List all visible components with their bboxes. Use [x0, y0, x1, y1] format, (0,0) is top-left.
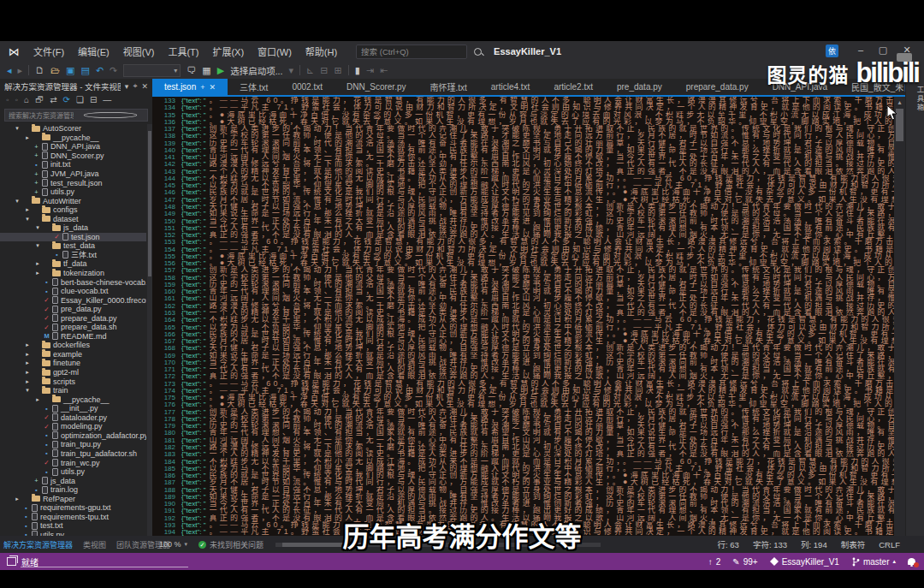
editor-vertical-scrollbar[interactable]: ▴	[894, 97, 905, 536]
repository-button[interactable]: EssayKiller_V1	[770, 557, 839, 567]
account-badge[interactable]: 依	[826, 45, 838, 57]
tree-item[interactable]: ✓Essay_Killer_0000.tfrecord	[0, 295, 146, 305]
new-file-icon[interactable]: 🗋	[35, 66, 44, 75]
chevron-collapsed-icon[interactable]: ▸	[24, 206, 31, 213]
tree-item[interactable]: ▪bert-base-chinese-vocab.txt	[0, 277, 146, 287]
push-commits-button[interactable]: ↑ 2	[708, 557, 721, 567]
tab-pre_data.py[interactable]: pre_data.py	[605, 79, 674, 95]
tree-item[interactable]: ✓modeling.py	[0, 422, 146, 431]
tab-close-icon[interactable]: ✕	[210, 83, 216, 92]
chevron-collapsed-icon[interactable]: ▸	[24, 342, 31, 348]
bookmark-next-icon[interactable]: ⇥	[366, 66, 374, 75]
chevron-collapsed-icon[interactable]: ▸	[34, 396, 41, 403]
tree-item[interactable]: ▪train_tpu.py	[0, 440, 146, 449]
undo-icon[interactable]: ↶	[96, 66, 104, 75]
tree-item[interactable]: ▸scripts	[0, 377, 146, 386]
panel-tab-类视图[interactable]: 类视图	[83, 539, 106, 550]
panel-tab-解决方案资源管理器[interactable]: 解决方案资源管理器	[3, 539, 73, 550]
tree-item[interactable]: ▾train	[0, 386, 146, 395]
scroll-up-icon[interactable]: ▴	[894, 98, 905, 106]
menu-item[interactable]: 工具(T)	[161, 45, 205, 58]
tab-三体.txt[interactable]: 三体.txt	[228, 79, 280, 95]
tab-test.json[interactable]: test.json+✕	[152, 79, 228, 95]
tab-article4.txt[interactable]: article4.txt	[479, 79, 542, 95]
tree-item[interactable]: ▪train_tpu_adafactor.sh	[0, 449, 146, 459]
tree-item[interactable]: ▸example	[0, 350, 146, 359]
navigate-forward-icon[interactable]: ▸	[18, 66, 23, 75]
navigate-back-icon[interactable]: ◂	[7, 66, 12, 75]
pin-icon[interactable]: ⌖	[133, 81, 137, 91]
scrollbar-thumb[interactable]	[896, 109, 903, 141]
build-icon[interactable]: ⊟	[320, 66, 328, 75]
open-file-icon[interactable]: 🗁	[50, 66, 60, 75]
chevron-expanded-icon[interactable]: ▾	[24, 216, 31, 223]
tree-item[interactable]: ▪optimization_adafactor.py	[0, 431, 146, 441]
tab-DNN_Scorer.py[interactable]: DNN_Scorer.py	[335, 79, 418, 95]
tree-item[interactable]: ▸tf_data	[0, 259, 146, 269]
tree-item[interactable]: MREADME.md	[0, 332, 146, 342]
tree-item[interactable]: ▪utils.py	[0, 467, 146, 477]
tree-item[interactable]: +js_data	[0, 476, 146, 485]
branch-button[interactable]: master ▴	[851, 557, 896, 567]
tree-item[interactable]: ▾dataset	[0, 214, 146, 223]
menu-item[interactable]: 视图(V)	[116, 45, 162, 58]
bookmark-icon[interactable]: ▮	[355, 66, 360, 75]
tab-prepare_data.py[interactable]: prepare_data.py	[674, 79, 761, 95]
tree-item[interactable]: ▸finetune	[0, 359, 146, 368]
chevron-collapsed-icon[interactable]: ▸	[14, 496, 21, 502]
tree-item[interactable]: ▪init.txt	[0, 160, 146, 169]
run-icon[interactable]: ▶	[217, 66, 224, 75]
chevron-expanded-icon[interactable]: ▾	[14, 125, 21, 132]
close-icon[interactable]: ✕	[141, 82, 148, 91]
tree-item[interactable]: ✓test.json	[0, 233, 146, 242]
chevron-expanded-icon[interactable]: ▾	[24, 387, 31, 394]
tree-item[interactable]: ▪train.log	[0, 485, 146, 495]
run-options-chevron-icon[interactable]: ▾	[288, 66, 293, 75]
tree-item[interactable]: ▸gpt2-ml	[0, 368, 146, 377]
show-all-files-icon[interactable]: ❏	[76, 96, 84, 104]
pending-edits-button[interactable]: ✎ 99+	[732, 557, 757, 567]
search-icon[interactable]	[474, 48, 482, 56]
save-all-icon[interactable]: ▤	[80, 66, 89, 75]
menu-item[interactable]: 编辑(E)	[71, 45, 116, 58]
tree-item[interactable]: ✓train_wc.py	[0, 458, 146, 467]
debug-icon[interactable]: ⊞	[334, 66, 341, 75]
configuration-dropdown[interactable]: ▾	[123, 64, 181, 77]
chevron-expanded-icon[interactable]: ▾	[34, 224, 41, 231]
menu-item[interactable]: 扩展(X)	[205, 45, 251, 58]
tree-item[interactable]: ✓dataloader.py	[0, 413, 146, 423]
preview-icon[interactable]: ▦	[202, 66, 210, 75]
zoom-control[interactable]: 100 % ▾	[159, 536, 187, 553]
step-icons[interactable]: ⊾	[306, 66, 314, 75]
menu-item[interactable]: 窗口(W)	[251, 45, 299, 58]
tree-item[interactable]: ▸RefPaper	[0, 494, 146, 503]
chevron-collapsed-icon[interactable]: ▸	[34, 260, 41, 267]
feedback-icon[interactable]: 🗨	[187, 66, 196, 75]
chevron-collapsed-icon[interactable]: ▸	[34, 270, 41, 276]
tree-item[interactable]: +JVM_API.java	[0, 169, 146, 179]
eol-indicator[interactable]: CRLF	[879, 540, 900, 549]
tree-item[interactable]: ▸configs	[0, 205, 146, 215]
tab-pin-icon[interactable]: +	[200, 83, 204, 92]
issues-indicator[interactable]: ✓ 未找到相关问题	[198, 536, 264, 553]
forward-icon[interactable]: ◦	[15, 96, 19, 104]
pin-tool-icon[interactable]: —	[103, 96, 111, 104]
tree-item[interactable]: ▪clue-vocab.txt	[0, 287, 146, 296]
tree-item[interactable]: ▾AutoScorer	[0, 124, 146, 134]
collapse-all-icon[interactable]: ⊟	[90, 96, 97, 104]
tab-南怀瑾.txt[interactable]: 南怀瑾.txt	[418, 79, 478, 95]
tree-item[interactable]: +test_result.json	[0, 178, 146, 187]
run-target-label[interactable]: 选择启动项...	[230, 64, 282, 77]
chevron-collapsed-icon[interactable]: ▸	[24, 359, 31, 366]
tree-item[interactable]: ▸__pycache__	[0, 395, 146, 404]
tree-item[interactable]: ▸dockerfiles	[0, 341, 146, 350]
tree-item[interactable]: +DNN_API.java	[0, 142, 146, 151]
chevron-collapsed-icon[interactable]: ▸	[24, 378, 31, 385]
tree-item[interactable]: ▸tokenization	[0, 269, 146, 278]
chevron-expanded-icon[interactable]: ▾	[34, 242, 41, 249]
tree-item[interactable]: +utils.py	[0, 187, 146, 197]
tab-article2.txt[interactable]: article2.txt	[542, 79, 605, 95]
bookmark-prev-icon[interactable]: ⇤	[380, 66, 388, 75]
quick-search-input[interactable]: 搜索 (Ctrl+Q)	[356, 45, 467, 59]
menu-item[interactable]: 帮助(H)	[299, 45, 344, 58]
